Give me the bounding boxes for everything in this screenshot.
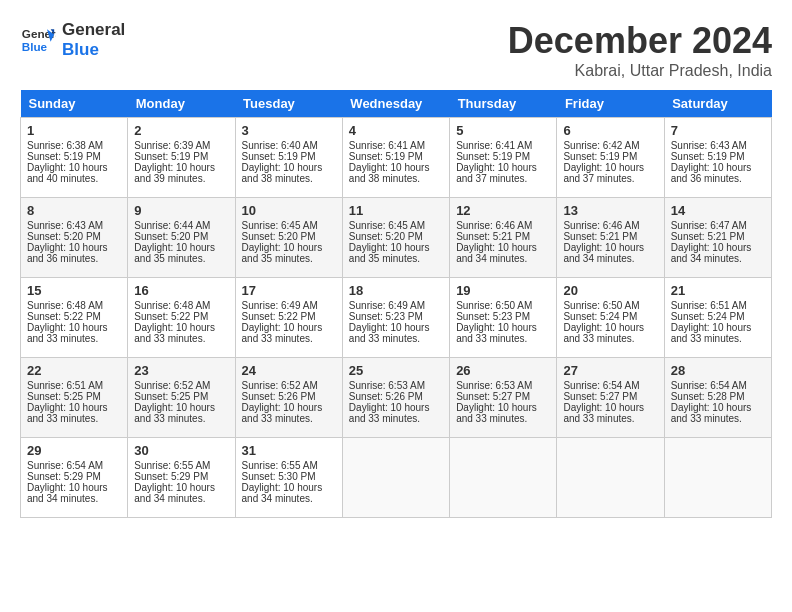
- sunrise-label: Sunrise: 6:52 AM: [242, 380, 318, 391]
- day-number: 9: [134, 203, 228, 218]
- daylight-label: Daylight: 10 hours and 33 minutes.: [563, 402, 644, 424]
- sunset-label: Sunset: 5:19 PM: [349, 151, 423, 162]
- sunset-label: Sunset: 5:26 PM: [349, 391, 423, 402]
- sunrise-label: Sunrise: 6:45 AM: [242, 220, 318, 231]
- sunset-label: Sunset: 5:29 PM: [27, 471, 101, 482]
- sunrise-label: Sunrise: 6:48 AM: [134, 300, 210, 311]
- daylight-label: Daylight: 10 hours and 33 minutes.: [349, 402, 430, 424]
- calendar-cell: [450, 438, 557, 518]
- daylight-label: Daylight: 10 hours and 33 minutes.: [671, 322, 752, 344]
- sunrise-label: Sunrise: 6:44 AM: [134, 220, 210, 231]
- day-number: 22: [27, 363, 121, 378]
- location-title: Kabrai, Uttar Pradesh, India: [508, 62, 772, 80]
- day-number: 16: [134, 283, 228, 298]
- sunrise-label: Sunrise: 6:38 AM: [27, 140, 103, 151]
- calendar-cell: 18 Sunrise: 6:49 AM Sunset: 5:23 PM Dayl…: [342, 278, 449, 358]
- sunrise-label: Sunrise: 6:54 AM: [27, 460, 103, 471]
- sunrise-label: Sunrise: 6:55 AM: [134, 460, 210, 471]
- daylight-label: Daylight: 10 hours and 39 minutes.: [134, 162, 215, 184]
- daylight-label: Daylight: 10 hours and 35 minutes.: [349, 242, 430, 264]
- sunrise-label: Sunrise: 6:55 AM: [242, 460, 318, 471]
- title-area: December 2024 Kabrai, Uttar Pradesh, Ind…: [508, 20, 772, 80]
- day-number: 21: [671, 283, 765, 298]
- sunset-label: Sunset: 5:23 PM: [349, 311, 423, 322]
- sunrise-label: Sunrise: 6:54 AM: [671, 380, 747, 391]
- calendar-cell: 11 Sunrise: 6:45 AM Sunset: 5:20 PM Dayl…: [342, 198, 449, 278]
- calendar-cell: 3 Sunrise: 6:40 AM Sunset: 5:19 PM Dayli…: [235, 118, 342, 198]
- calendar-cell: 12 Sunrise: 6:46 AM Sunset: 5:21 PM Dayl…: [450, 198, 557, 278]
- daylight-label: Daylight: 10 hours and 33 minutes.: [456, 322, 537, 344]
- daylight-label: Daylight: 10 hours and 40 minutes.: [27, 162, 108, 184]
- sunset-label: Sunset: 5:27 PM: [456, 391, 530, 402]
- sunset-label: Sunset: 5:20 PM: [134, 231, 208, 242]
- sunrise-label: Sunrise: 6:40 AM: [242, 140, 318, 151]
- calendar-cell: 20 Sunrise: 6:50 AM Sunset: 5:24 PM Dayl…: [557, 278, 664, 358]
- sunrise-label: Sunrise: 6:49 AM: [242, 300, 318, 311]
- day-number: 8: [27, 203, 121, 218]
- calendar-cell: 9 Sunrise: 6:44 AM Sunset: 5:20 PM Dayli…: [128, 198, 235, 278]
- header: General Blue General Blue December 2024 …: [20, 20, 772, 80]
- month-title: December 2024: [508, 20, 772, 62]
- daylight-label: Daylight: 10 hours and 33 minutes.: [563, 322, 644, 344]
- daylight-label: Daylight: 10 hours and 34 minutes.: [671, 242, 752, 264]
- sunset-label: Sunset: 5:30 PM: [242, 471, 316, 482]
- day-number: 26: [456, 363, 550, 378]
- logo: General Blue General Blue: [20, 20, 125, 61]
- sunset-label: Sunset: 5:27 PM: [563, 391, 637, 402]
- sunset-label: Sunset: 5:19 PM: [27, 151, 101, 162]
- daylight-label: Daylight: 10 hours and 36 minutes.: [27, 242, 108, 264]
- day-number: 12: [456, 203, 550, 218]
- calendar-cell: [342, 438, 449, 518]
- logo-line2: Blue: [62, 40, 125, 60]
- calendar-cell: 17 Sunrise: 6:49 AM Sunset: 5:22 PM Dayl…: [235, 278, 342, 358]
- sunrise-label: Sunrise: 6:39 AM: [134, 140, 210, 151]
- day-number: 11: [349, 203, 443, 218]
- sunrise-label: Sunrise: 6:41 AM: [349, 140, 425, 151]
- daylight-label: Daylight: 10 hours and 36 minutes.: [671, 162, 752, 184]
- calendar-cell: 15 Sunrise: 6:48 AM Sunset: 5:22 PM Dayl…: [21, 278, 128, 358]
- day-number: 4: [349, 123, 443, 138]
- daylight-label: Daylight: 10 hours and 33 minutes.: [349, 322, 430, 344]
- day-number: 19: [456, 283, 550, 298]
- calendar-cell: 27 Sunrise: 6:54 AM Sunset: 5:27 PM Dayl…: [557, 358, 664, 438]
- daylight-label: Daylight: 10 hours and 33 minutes.: [242, 402, 323, 424]
- calendar-cell: 8 Sunrise: 6:43 AM Sunset: 5:20 PM Dayli…: [21, 198, 128, 278]
- sunrise-label: Sunrise: 6:51 AM: [671, 300, 747, 311]
- day-number: 29: [27, 443, 121, 458]
- day-number: 31: [242, 443, 336, 458]
- calendar-cell: 21 Sunrise: 6:51 AM Sunset: 5:24 PM Dayl…: [664, 278, 771, 358]
- sunrise-label: Sunrise: 6:52 AM: [134, 380, 210, 391]
- day-number: 15: [27, 283, 121, 298]
- day-number: 17: [242, 283, 336, 298]
- calendar-cell: 6 Sunrise: 6:42 AM Sunset: 5:19 PM Dayli…: [557, 118, 664, 198]
- calendar-cell: 30 Sunrise: 6:55 AM Sunset: 5:29 PM Dayl…: [128, 438, 235, 518]
- day-header-tuesday: Tuesday: [235, 90, 342, 118]
- daylight-label: Daylight: 10 hours and 33 minutes.: [456, 402, 537, 424]
- daylight-label: Daylight: 10 hours and 33 minutes.: [27, 322, 108, 344]
- calendar-cell: 10 Sunrise: 6:45 AM Sunset: 5:20 PM Dayl…: [235, 198, 342, 278]
- calendar-cell: 1 Sunrise: 6:38 AM Sunset: 5:19 PM Dayli…: [21, 118, 128, 198]
- sunset-label: Sunset: 5:19 PM: [134, 151, 208, 162]
- sunset-label: Sunset: 5:24 PM: [671, 311, 745, 322]
- sunrise-label: Sunrise: 6:51 AM: [27, 380, 103, 391]
- calendar-cell: 2 Sunrise: 6:39 AM Sunset: 5:19 PM Dayli…: [128, 118, 235, 198]
- sunset-label: Sunset: 5:25 PM: [134, 391, 208, 402]
- sunset-label: Sunset: 5:25 PM: [27, 391, 101, 402]
- sunset-label: Sunset: 5:28 PM: [671, 391, 745, 402]
- sunrise-label: Sunrise: 6:42 AM: [563, 140, 639, 151]
- calendar-cell: 25 Sunrise: 6:53 AM Sunset: 5:26 PM Dayl…: [342, 358, 449, 438]
- calendar-cell: 19 Sunrise: 6:50 AM Sunset: 5:23 PM Dayl…: [450, 278, 557, 358]
- daylight-label: Daylight: 10 hours and 38 minutes.: [242, 162, 323, 184]
- calendar-cell: 22 Sunrise: 6:51 AM Sunset: 5:25 PM Dayl…: [21, 358, 128, 438]
- logo-line1: General: [62, 20, 125, 40]
- sunset-label: Sunset: 5:19 PM: [242, 151, 316, 162]
- calendar-cell: 14 Sunrise: 6:47 AM Sunset: 5:21 PM Dayl…: [664, 198, 771, 278]
- daylight-label: Daylight: 10 hours and 34 minutes.: [563, 242, 644, 264]
- daylight-label: Daylight: 10 hours and 34 minutes.: [134, 482, 215, 504]
- sunrise-label: Sunrise: 6:49 AM: [349, 300, 425, 311]
- day-header-friday: Friday: [557, 90, 664, 118]
- day-number: 3: [242, 123, 336, 138]
- week-row-3: 15 Sunrise: 6:48 AM Sunset: 5:22 PM Dayl…: [21, 278, 772, 358]
- day-header-row: SundayMondayTuesdayWednesdayThursdayFrid…: [21, 90, 772, 118]
- calendar-cell: 5 Sunrise: 6:41 AM Sunset: 5:19 PM Dayli…: [450, 118, 557, 198]
